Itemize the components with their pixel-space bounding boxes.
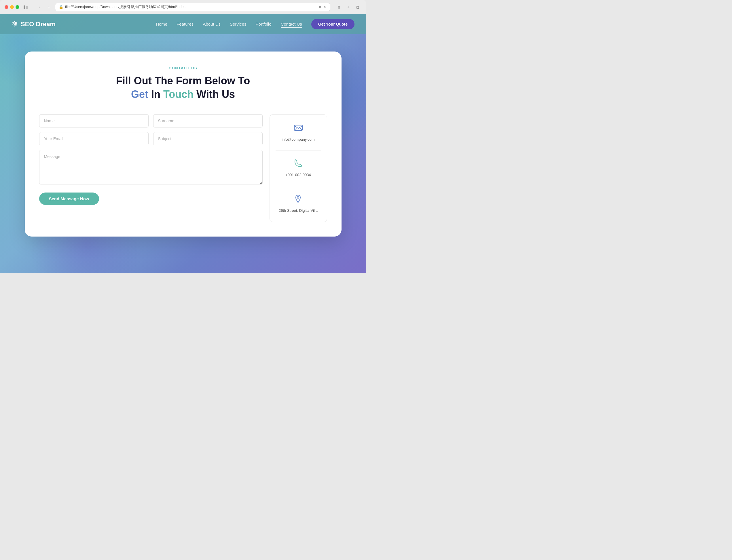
phone-icon bbox=[294, 159, 303, 170]
address-info: 26th Street, Digital Villa bbox=[279, 194, 317, 214]
url-text: file:///Users/janewang/Downloads/搜索引擎推广服… bbox=[65, 5, 317, 9]
location-icon bbox=[293, 194, 303, 205]
title-touch: Touch bbox=[163, 88, 193, 100]
email-info: info@company.com bbox=[281, 123, 314, 142]
nav-services[interactable]: Services bbox=[230, 22, 246, 26]
name-row bbox=[39, 114, 263, 127]
close-dot[interactable] bbox=[5, 5, 8, 9]
email-text: info@company.com bbox=[281, 137, 314, 142]
title-line-2: Get In Touch With Us bbox=[39, 88, 327, 101]
website-content: ⚛ SEO Dream Home Features About Us Servi… bbox=[0, 14, 366, 273]
message-textarea[interactable] bbox=[39, 150, 263, 184]
navbar: ⚛ SEO Dream Home Features About Us Servi… bbox=[0, 14, 366, 34]
nav-contact[interactable]: Contact Us bbox=[281, 22, 302, 28]
new-tab-button[interactable]: ＋ bbox=[344, 3, 352, 11]
nav-links: Home Features About Us Services Portfoli… bbox=[156, 22, 302, 27]
svg-line-5 bbox=[294, 128, 296, 130]
contact-card: CONTACT US Fill Out The Form Below To Ge… bbox=[25, 52, 341, 237]
subject-input[interactable] bbox=[153, 132, 263, 145]
contact-header: CONTACT US Fill Out The Form Below To Ge… bbox=[39, 66, 327, 101]
nav-about[interactable]: About Us bbox=[203, 22, 220, 26]
section-label: CONTACT US bbox=[39, 66, 327, 70]
browser-dots bbox=[5, 5, 19, 9]
main-content: CONTACT US Fill Out The Form Below To Ge… bbox=[0, 34, 366, 254]
back-button[interactable]: ‹ bbox=[35, 3, 43, 11]
send-message-button[interactable]: Send Message Now bbox=[39, 193, 99, 205]
form-area: Send Message Now info@com bbox=[39, 114, 327, 222]
title-with-us: With Us bbox=[196, 88, 235, 100]
nav-home[interactable]: Home bbox=[156, 22, 167, 26]
title-line-1: Fill Out The Form Below To bbox=[39, 74, 327, 88]
svg-rect-4 bbox=[294, 125, 302, 130]
svg-rect-2 bbox=[26, 7, 28, 7]
title-get: Get bbox=[131, 88, 148, 100]
nav-portfolio[interactable]: Portfolio bbox=[256, 22, 271, 26]
email-row bbox=[39, 132, 263, 145]
nav-features[interactable]: Features bbox=[176, 22, 193, 26]
maximize-dot[interactable] bbox=[16, 5, 19, 9]
divider-1 bbox=[275, 150, 321, 151]
get-quote-button[interactable]: Get Your Quote bbox=[311, 19, 354, 29]
email-icon bbox=[294, 123, 303, 134]
logo-link[interactable]: ⚛ SEO Dream bbox=[12, 20, 56, 28]
minimize-dot[interactable] bbox=[10, 5, 14, 9]
logo-icon: ⚛ bbox=[12, 20, 18, 28]
name-input[interactable] bbox=[39, 114, 149, 127]
sidebar-toggle-button[interactable] bbox=[22, 3, 30, 11]
browser-navigation: ‹ › bbox=[35, 3, 53, 11]
svg-rect-3 bbox=[26, 8, 28, 9]
browser-action-buttons: ⬆ ＋ ⧉ bbox=[335, 3, 361, 11]
contact-title: Fill Out The Form Below To Get In Touch … bbox=[39, 74, 327, 101]
forward-button[interactable]: › bbox=[45, 3, 53, 11]
phone-info: +001-002-0034 bbox=[285, 159, 311, 178]
svg-point-7 bbox=[297, 197, 299, 198]
address-text: 26th Street, Digital Villa bbox=[279, 208, 317, 214]
logo-text: SEO Dream bbox=[21, 20, 56, 28]
address-bar[interactable]: 🔒 file:///Users/janewang/Downloads/搜索引擎推… bbox=[55, 3, 330, 11]
browser-chrome: ‹ › 🔒 file:///Users/janewang/Downloads/搜… bbox=[0, 0, 366, 14]
title-in: In bbox=[151, 88, 163, 100]
surname-input[interactable] bbox=[153, 114, 263, 127]
phone-text: +001-002-0034 bbox=[285, 172, 311, 178]
svg-line-6 bbox=[300, 128, 302, 130]
form-fields: Send Message Now bbox=[39, 114, 263, 205]
contact-info-panel: info@company.com +001-002-0034 bbox=[269, 114, 327, 222]
svg-rect-1 bbox=[26, 6, 28, 7]
divider-2 bbox=[275, 186, 321, 186]
svg-rect-0 bbox=[24, 5, 25, 9]
browser-toolbar: ‹ › 🔒 file:///Users/janewang/Downloads/搜… bbox=[0, 0, 366, 14]
tabs-button[interactable]: ⧉ bbox=[353, 3, 361, 11]
share-button[interactable]: ⬆ bbox=[335, 3, 343, 11]
email-input[interactable] bbox=[39, 132, 149, 145]
